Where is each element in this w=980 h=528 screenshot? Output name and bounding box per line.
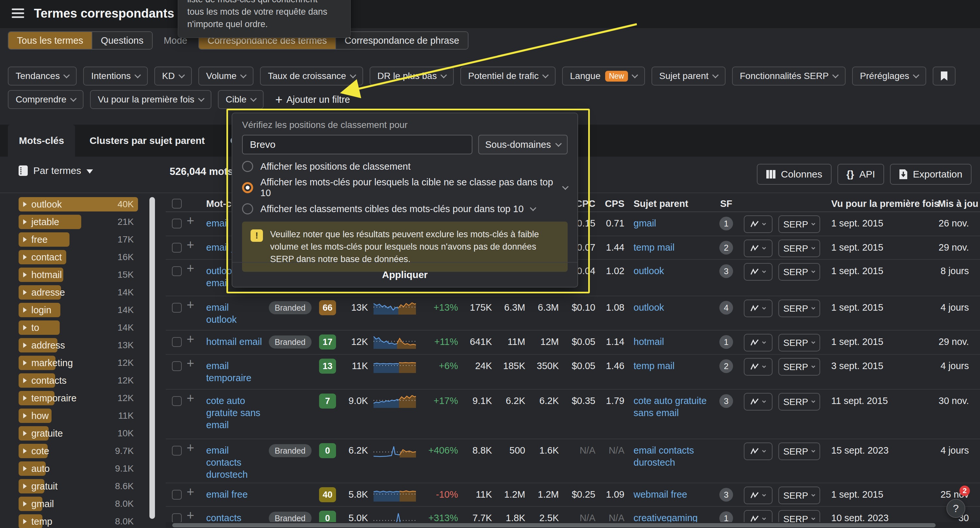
serp-button[interactable]: SERP	[778, 263, 820, 281]
row-checkbox[interactable]	[172, 266, 182, 276]
sidebar-term-temporaire[interactable]: temporaire12K	[8, 391, 151, 405]
filter-button-langue[interactable]: LangueNew	[562, 67, 644, 86]
position-history-button[interactable]	[744, 263, 773, 281]
column-header-serp-features[interactable]: SF	[718, 198, 735, 210]
sidebar-term-gmail[interactable]: gmail8.0K	[8, 497, 151, 511]
parent-topic-link[interactable]: durostech	[633, 456, 732, 469]
tab-clusters-par-sujet-parent[interactable]: Clusters par sujet parent	[78, 124, 216, 156]
add-to-list-icon[interactable]: +	[187, 215, 194, 227]
row-checkbox[interactable]	[172, 490, 182, 499]
sidebar-term-adresse[interactable]: adresse14K	[8, 285, 151, 300]
sidebar-term-address[interactable]: address13K	[8, 338, 151, 353]
sidebar-term-gratuite[interactable]: gratuite10K	[8, 426, 151, 440]
serp-button[interactable]: SERP	[778, 442, 820, 460]
horizontal-scrollbar[interactable]	[172, 523, 935, 527]
keyword-link[interactable]: temporaire	[206, 372, 285, 384]
column-header-updated[interactable]: Mis à jou	[938, 198, 980, 210]
sidebar-term-contacts[interactable]: contacts12K	[8, 373, 151, 388]
sidebar-term-free[interactable]: free17K	[8, 232, 151, 247]
help-button[interactable]: ?	[947, 499, 965, 518]
filter-button-tendances[interactable]: Tendances	[8, 67, 77, 86]
filter-button-cible[interactable]: Cible	[218, 90, 264, 109]
sidebar-term-how[interactable]: how11K	[8, 408, 151, 423]
keyword-link[interactable]: email	[206, 360, 285, 372]
column-header-cps[interactable]: CPS	[600, 198, 624, 210]
row-checkbox[interactable]	[172, 396, 182, 406]
radio-selected-icon[interactable]	[242, 182, 253, 193]
keyword-link[interactable]: cote auto	[206, 395, 285, 407]
add-to-list-icon[interactable]: +	[187, 333, 194, 345]
row-checkbox[interactable]	[172, 243, 182, 252]
row-checkbox[interactable]	[172, 219, 182, 228]
parent-topic-link[interactable]: outlook	[633, 265, 732, 277]
parent-topic-link[interactable]: webmail free	[633, 488, 732, 501]
target-input[interactable]	[242, 135, 473, 154]
add-to-list-icon[interactable]: +	[187, 357, 194, 369]
radio-unselected-icon[interactable]	[242, 161, 253, 172]
serp-button[interactable]: SERP	[778, 334, 820, 351]
sidebar-term-temp[interactable]: temp8.0K	[8, 514, 151, 528]
filter-button-dr-le-plus-bas[interactable]: DR le plus bas	[370, 67, 454, 86]
scope-select[interactable]: Sous-domaines	[478, 135, 568, 154]
parent-topic-link[interactable]: hotmail	[633, 336, 732, 348]
sidebar-term-cote[interactable]: cote9.7K	[8, 444, 151, 458]
sidebar-term-gratuit[interactable]: gratuit8.6K	[8, 479, 151, 493]
parent-topic-link[interactable]: sans email	[633, 407, 732, 419]
notification-badge[interactable]: 2	[959, 486, 970, 496]
add-to-list-icon[interactable]: +	[187, 442, 194, 454]
row-checkbox[interactable]	[172, 446, 182, 456]
position-history-button[interactable]	[744, 215, 773, 233]
serp-button[interactable]: SERP	[778, 300, 820, 317]
parent-topic-link[interactable]: email contacts	[633, 445, 732, 456]
filter-button-fonctionnalit-s-serp[interactable]: Fonctionnalités SERP	[732, 67, 846, 86]
filter-button-vu-pour-la-premi-re-fois[interactable]: Vu pour la première fois	[90, 90, 212, 109]
panel-radio-option-3[interactable]: Afficher les classements cibles des mots…	[242, 203, 568, 214]
sidebar-term-auto[interactable]: auto9.1K	[8, 461, 151, 476]
add-to-list-icon[interactable]: +	[187, 239, 194, 251]
row-checkbox[interactable]	[172, 513, 182, 523]
filter-button-intentions[interactable]: Intentions	[83, 67, 148, 86]
radio-unselected-icon[interactable]	[242, 203, 253, 214]
keyword-link[interactable]: contacts	[206, 456, 285, 469]
sidebar-term-hotmail[interactable]: hotmail15K	[8, 268, 151, 282]
keyword-link[interactable]: outlook	[206, 314, 285, 326]
filter-button-potentiel-de-trafic[interactable]: Potentiel de trafic	[460, 67, 555, 86]
tab-mots-cl-s[interactable]: Mots-clés	[8, 124, 75, 156]
bookmark-button[interactable]	[933, 67, 956, 86]
add-filter-button[interactable]: +Ajouter un filtre	[275, 93, 350, 106]
sidebar-term-jetable[interactable]: jetable21K	[8, 215, 151, 229]
add-to-list-icon[interactable]: +	[187, 392, 194, 404]
parent-topic-link[interactable]: outlook	[633, 301, 732, 314]
sidebar-term-outlook[interactable]: outlook40K	[8, 197, 151, 211]
sidebar-term-contact[interactable]: contact16K	[8, 250, 151, 264]
row-checkbox[interactable]	[172, 303, 182, 313]
position-history-button[interactable]	[744, 393, 773, 410]
panel-radio-option-1[interactable]: Afficher les positions de classement	[242, 161, 568, 172]
parent-topic-link[interactable]: temp mail	[633, 360, 732, 372]
menu-icon[interactable]	[12, 8, 24, 19]
sidebar-scrollbar[interactable]	[150, 197, 155, 519]
toggle-questions[interactable]: Questions	[92, 32, 152, 49]
sidebar-term-login[interactable]: login14K	[8, 303, 151, 317]
keyword-link[interactable]: durostech	[206, 469, 285, 481]
serp-button[interactable]: SERP	[778, 393, 820, 410]
filter-button-kd[interactable]: KD	[154, 67, 192, 86]
keyword-link[interactable]: gratuite sans	[206, 407, 285, 419]
toggle-all-terms[interactable]: Tous les termes	[8, 32, 92, 49]
panel-radio-option-2[interactable]: Afficher les mots-clés pour lesquels la …	[242, 177, 568, 198]
parent-topic-link[interactable]: temp mail	[633, 241, 732, 254]
add-to-list-icon[interactable]: +	[187, 486, 194, 498]
position-history-button[interactable]	[744, 358, 773, 376]
sidebar-term-to[interactable]: to14K	[8, 321, 151, 335]
keyword-link[interactable]: email free	[206, 488, 285, 501]
group-by-terms-dropdown[interactable]: Par termes	[18, 165, 93, 176]
serp-button[interactable]: SERP	[778, 487, 820, 504]
toggle-phrase-match[interactable]: Correspondance de phrase	[336, 32, 468, 49]
column-header-first-seen[interactable]: Vu pour la première fois	[831, 198, 932, 210]
position-history-button[interactable]	[744, 442, 773, 460]
filter-button-taux-de-croissance[interactable]: Taux de croissance	[260, 67, 363, 86]
toolbar-button-api[interactable]: {}API	[837, 164, 885, 185]
keyword-link[interactable]: email	[206, 419, 285, 431]
serp-button[interactable]: SERP	[778, 358, 820, 376]
column-header-parent-topic[interactable]: Sujet parent	[633, 198, 732, 210]
